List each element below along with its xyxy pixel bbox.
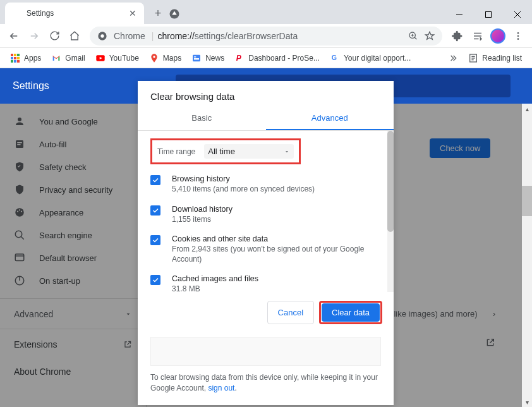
page-scrollbar[interactable]: ▴ ▾ — [522, 104, 532, 407]
bookmark-apps[interactable]: Apps — [5, 50, 46, 66]
browser-tab[interactable]: Settings ✕ — [5, 3, 144, 24]
window-titlebar: Settings ✕ + — [0, 0, 532, 24]
svg-text:P: P — [236, 54, 242, 63]
reload-button[interactable] — [44, 26, 64, 46]
bookmark-maps[interactable]: Maps — [144, 50, 186, 66]
scroll-up-icon[interactable]: ▴ — [522, 104, 532, 114]
option-cached[interactable]: Cached images and files31.8 MB — [150, 270, 381, 292]
svg-rect-20 — [194, 56, 196, 57]
checkbox-cookies[interactable] — [150, 235, 160, 245]
menu-button[interactable] — [508, 26, 528, 46]
chrome-icon — [97, 31, 107, 41]
option-browsing-history[interactable]: Browsing history5,410 items (and more on… — [150, 171, 381, 201]
bookmark-youtube[interactable]: YouTube — [90, 50, 144, 66]
sign-out-link[interactable]: sign out — [208, 384, 234, 392]
scroll-down-icon[interactable]: ▾ — [522, 397, 532, 407]
url-scheme-label: Chrome — [114, 31, 145, 41]
close-window-button[interactable] — [503, 5, 532, 24]
maximize-button[interactable] — [474, 5, 503, 24]
tab-advanced[interactable]: Advanced — [266, 107, 394, 130]
time-range-row: Time range All time — [150, 138, 301, 164]
dialog-scrollbar-thumb[interactable] — [387, 131, 394, 232]
bookmark-news[interactable]: News — [186, 50, 229, 66]
reading-list-icon[interactable] — [468, 26, 488, 46]
dialog-footer-note: To clear browsing data from this device … — [138, 366, 394, 405]
cancel-button[interactable]: Cancel — [267, 301, 314, 324]
chevron-double-right-icon — [448, 53, 458, 63]
bookmark-digital[interactable]: GYour digital opport... — [325, 50, 416, 66]
dialog-scrollbar[interactable] — [387, 131, 394, 292]
checkbox-download-history[interactable] — [150, 205, 160, 216]
time-range-select[interactable]: All time — [204, 144, 294, 159]
svg-point-14 — [517, 32, 519, 34]
extensions-icon[interactable] — [447, 26, 468, 46]
checkbox-cached[interactable] — [150, 275, 160, 285]
minimize-button[interactable] — [445, 5, 474, 24]
url-path: settings/clearBrowserData — [195, 31, 298, 41]
dialog-placeholder-card — [150, 337, 381, 366]
zoom-icon[interactable] — [408, 31, 418, 41]
clear-browsing-data-dialog: Clear browsing data Basic Advanced Time … — [138, 81, 394, 405]
option-cookies[interactable]: Cookies and other site dataFrom 2,943 si… — [150, 231, 381, 270]
pinterest-icon: P — [234, 53, 245, 63]
profile-indicator-icon[interactable] — [167, 6, 182, 21]
google-icon: G — [330, 53, 340, 63]
youtube-icon — [95, 53, 106, 63]
svg-line-8 — [414, 37, 416, 39]
browser-toolbar: Chrome | chrome://settings/clearBrowserD… — [0, 24, 532, 48]
dialog-title: Clear browsing data — [138, 81, 394, 107]
bookmarks-bar: Apps Gmail YouTube Maps News PDashboard … — [0, 48, 532, 68]
svg-rect-2 — [486, 12, 492, 18]
maps-pin-icon — [149, 53, 159, 63]
option-download-history[interactable]: Download history1,155 items — [150, 201, 381, 231]
bookmark-star-icon[interactable] — [425, 31, 435, 41]
svg-rect-22 — [194, 59, 199, 60]
svg-point-6 — [100, 34, 104, 37]
url-prefix: chrome:// — [157, 31, 194, 41]
svg-point-18 — [153, 56, 155, 58]
profile-avatar[interactable] — [488, 26, 508, 46]
bookmark-gmail[interactable]: Gmail — [46, 50, 90, 66]
window-controls — [445, 5, 532, 24]
dialog-button-row: Cancel Clear data — [138, 292, 394, 333]
forward-button[interactable] — [24, 26, 44, 46]
apps-grid-icon — [11, 54, 20, 63]
tab-basic[interactable]: Basic — [138, 107, 266, 130]
time-range-label: Time range — [157, 147, 195, 156]
settings-header-title: Settings — [13, 80, 49, 92]
clear-data-button[interactable]: Clear data — [322, 303, 380, 322]
home-button[interactable] — [64, 26, 85, 46]
checkbox-browsing-history[interactable] — [150, 175, 160, 185]
bookmark-reading-list[interactable]: Reading list — [463, 50, 527, 66]
svg-point-15 — [517, 35, 519, 37]
dialog-tabs: Basic Advanced — [138, 107, 394, 131]
dropdown-arrow-icon — [284, 149, 290, 155]
svg-rect-21 — [194, 58, 199, 59]
back-button[interactable] — [4, 26, 24, 46]
scrollbar-thumb[interactable] — [522, 186, 532, 216]
gmail-icon — [51, 53, 61, 63]
time-range-value: All time — [208, 147, 235, 156]
bookmark-dashboard[interactable]: PDashboard - ProSe... — [229, 50, 325, 66]
svg-text:G: G — [332, 54, 337, 61]
address-bar[interactable]: Chrome | chrome://settings/clearBrowserD… — [90, 27, 442, 46]
new-tab-button[interactable]: + — [149, 4, 167, 22]
news-icon — [191, 53, 202, 63]
bookmark-overflow[interactable] — [443, 50, 463, 66]
svg-point-16 — [517, 38, 519, 40]
close-tab-icon[interactable]: ✕ — [128, 8, 138, 18]
tab-title: Settings — [27, 9, 128, 18]
settings-gear-icon — [11, 8, 21, 18]
reading-list-bm-icon — [468, 53, 478, 63]
